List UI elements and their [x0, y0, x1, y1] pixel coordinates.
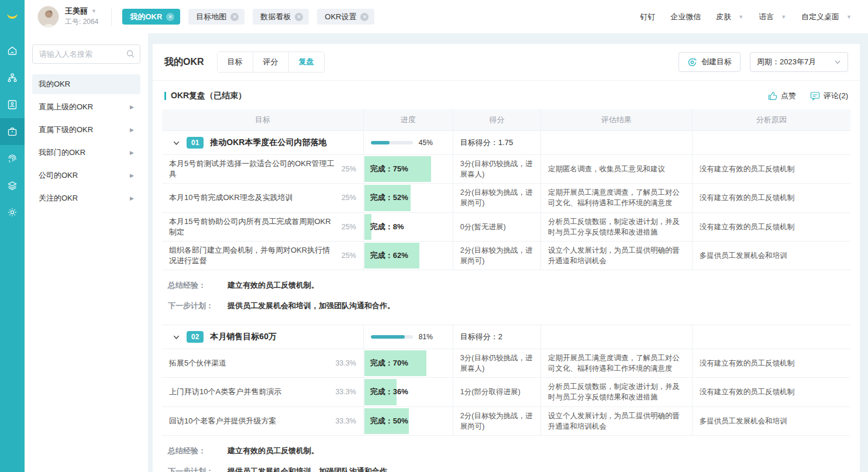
comment-button[interactable]: 评论(2): [810, 91, 848, 101]
kr-title[interactable]: 本月5号前测试并选择一款适合公司的OKR管理工具: [169, 159, 336, 180]
completion-label: 完成：52%: [364, 192, 408, 203]
tab-label: 我的OKR: [130, 12, 162, 22]
kr-analysis: 没有建立有效的员工反馈机制: [693, 184, 850, 212]
top-bar: 王美丽 ▼ 工号: 2064 我的OKR ✕ 目标地图 ✕ 数据看板 ✕ OKR…: [25, 0, 868, 33]
thumbs-up-icon: [768, 91, 777, 101]
fingerprint-icon: [6, 153, 18, 164]
kr-title[interactable]: 拓展5个伙伴渠道: [169, 358, 226, 368]
completion-label: 完成：50%: [364, 416, 408, 426]
sidebar-item-supervisor-okr[interactable]: 直属上级的OKR ▶: [32, 97, 140, 117]
link-wecom[interactable]: 企业微信: [670, 12, 701, 22]
close-icon[interactable]: ✕: [166, 13, 174, 21]
kr-analysis: 多提供员工发展机会和培训: [693, 407, 850, 435]
create-objective-button[interactable]: 创建目标: [678, 52, 740, 72]
sidebar-item-department-okr[interactable]: 我部门的OKR ▶: [32, 143, 140, 163]
kr-analysis: 多提供员工发展机会和培训: [693, 242, 850, 270]
kr-score: 2分(目标较为挑战，进展尚可): [453, 184, 541, 212]
main-panel: 我的OKR 目标 评分 复盘 创建目标 周期：2023年7月: [153, 44, 860, 472]
kr-title[interactable]: 回访10个老客户并提供升级方案: [169, 416, 276, 426]
comment-label: 评论(2): [824, 91, 848, 101]
workspace-tab-dashboard[interactable]: 数据看板 ✕: [253, 9, 309, 25]
kr-weight: 33.3%: [335, 388, 356, 396]
rail-item-home[interactable]: [0, 37, 25, 64]
close-icon[interactable]: ✕: [230, 13, 239, 21]
kr-score: 2分(目标较为挑战，进展尚可): [453, 407, 541, 435]
rail-item-okr-workspace[interactable]: [0, 118, 25, 145]
tab-scoring[interactable]: 评分: [253, 52, 289, 72]
kr-weight: 25%: [342, 194, 356, 202]
home-icon: [6, 45, 18, 57]
app-logo[interactable]: [0, 0, 25, 33]
close-icon[interactable]: ✕: [295, 13, 303, 21]
sidebar-item-subordinate-okr[interactable]: 直属下级的OKR ▶: [32, 120, 140, 140]
kr-title[interactable]: 组织各部门建立周会机制，并每周对OKR执行情况进行监督: [169, 245, 336, 266]
chevron-down-icon: ▼: [846, 14, 852, 20]
objective-group-2: 02 本月销售目标60万 81% 目标得分：2 拓展5个伙伴渠道 33.3%: [162, 325, 850, 472]
kr-evaluation: 分析员工反馈数据，制定改进计划，并及时与员工分享反馈结果和改进措施: [541, 213, 693, 241]
kr-evaluation: 设立个人发展计划，为员工提供明确的晋升通道和培训机会: [541, 407, 693, 435]
kr-title[interactable]: 本月10号前完成OKR理念及实践培训: [169, 192, 293, 203]
kr-weight: 33.3%: [335, 359, 356, 367]
collapse-chevron-icon[interactable]: [173, 139, 180, 147]
sidebar-item-my-okr[interactable]: 我的OKR: [32, 74, 140, 94]
rail-item-stacks[interactable]: [0, 172, 25, 199]
chevron-right-icon: ▶: [130, 173, 134, 178]
link-language[interactable]: 语言▼: [759, 12, 786, 22]
period-selector[interactable]: 周期：2023年7月: [750, 52, 848, 72]
tab-review[interactable]: 复盘: [289, 52, 324, 72]
rail-item-org[interactable]: [0, 64, 25, 91]
sidebar-item-label: 直属上级的OKR: [39, 102, 93, 112]
link-skin[interactable]: 皮肤▼: [716, 12, 743, 22]
tab-objectives[interactable]: 目标: [218, 52, 253, 72]
objective-group-1: 01 推动OKR本季度在公司内部落地 45% 目标得分：1.75 本月5号前测试…: [162, 131, 850, 325]
like-button[interactable]: 点赞: [768, 91, 796, 101]
link-dingtalk[interactable]: 钉钉: [640, 12, 655, 22]
completion-label: 完成：62%: [364, 250, 408, 261]
col-score: 得分: [453, 109, 541, 130]
page-title: 我的OKR: [164, 56, 204, 68]
kr-title[interactable]: 上门拜访10个A类客户并售前演示: [169, 387, 281, 397]
summary-text: 建立有效的员工反馈机制。: [228, 280, 319, 291]
objective-row: 01 推动OKR本季度在公司内部落地 45% 目标得分：1.75: [162, 131, 850, 155]
kr-weight: 33.3%: [335, 417, 356, 425]
tab-label: 数据看板: [260, 12, 291, 22]
rail-item-settings[interactable]: [0, 199, 25, 226]
summary-label: 总结经验：: [168, 280, 219, 291]
kr-row: 本月15号前协助公司内所有员工完成首周期OKR制定 25% 完成：8% 0分(暂…: [162, 213, 850, 242]
rail-item-profile-doc[interactable]: [0, 91, 25, 118]
target-icon: [687, 57, 697, 67]
objective-index-badge: 01: [187, 137, 204, 149]
close-icon[interactable]: ✕: [360, 13, 368, 21]
workspace-tab-okr-settings[interactable]: OKR设置 ✕: [317, 9, 374, 25]
okr-review-table: 目标 进度 得分 评估结果 分析原因 01 推动OKR本季度在公司内部落地: [153, 108, 860, 472]
user-name[interactable]: 王美丽: [65, 6, 88, 16]
kr-score: 3分(目标仍较挑战，进展喜人): [453, 349, 541, 377]
search-icon[interactable]: [126, 49, 135, 58]
completion-label: 完成：70%: [364, 358, 408, 368]
sidebar-item-label: 关注的OKR: [39, 193, 78, 204]
next-plan-label: 下一步计划：: [168, 301, 219, 311]
sidebar-item-company-okr[interactable]: 公司的OKR ▶: [32, 166, 140, 185]
kr-title[interactable]: 本月15号前协助公司内所有员工完成首周期OKR制定: [169, 216, 336, 237]
sidebar-item-followed-okr[interactable]: 关注的OKR ▶: [32, 188, 140, 208]
kr-evaluation: 分析员工反馈数据，制定改进计划，并及时与员工分享反馈结果和改进措施: [541, 378, 693, 406]
rail-item-identity[interactable]: [0, 145, 25, 172]
objective-title[interactable]: 本月销售目标60万: [210, 332, 277, 342]
like-label: 点赞: [781, 91, 796, 101]
next-plan-text: 提供员工发展机会和培训，加强团队沟通和合作。: [228, 466, 395, 472]
view-tabs: 目标 评分 复盘: [217, 51, 325, 73]
objective-title[interactable]: 推动OKR本季度在公司内部落地: [210, 137, 326, 148]
comment-icon: [810, 91, 820, 101]
workspace-tab-goal-map[interactable]: 目标地图 ✕: [188, 9, 244, 25]
kr-evaluation: 定期开展员工满意度调查，了解员工对公司文化、福利待遇和工作环境的满意度: [541, 184, 693, 212]
layers-icon: [6, 180, 18, 191]
chevron-down-icon[interactable]: ▼: [91, 8, 97, 15]
next-plan-label: 下一步计划：: [168, 466, 219, 472]
avatar[interactable]: [37, 6, 59, 27]
divider: [111, 8, 112, 26]
collapse-chevron-icon[interactable]: [173, 333, 180, 341]
completion-label: 完成：75%: [364, 164, 408, 174]
link-custom-desktop[interactable]: 自定义桌面▼: [801, 12, 852, 22]
workspace-tab-my-okr[interactable]: 我的OKR ✕: [122, 9, 180, 25]
search-input[interactable]: [32, 44, 140, 64]
